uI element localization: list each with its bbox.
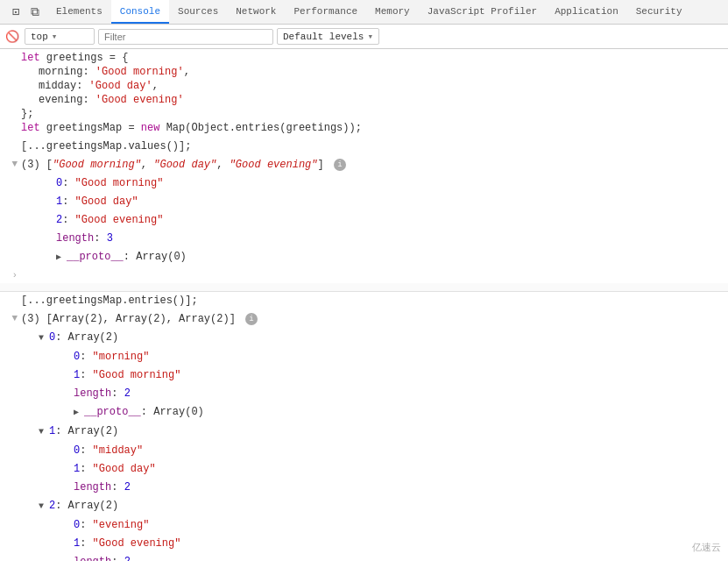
tab-performance[interactable]: Performance <box>285 0 366 24</box>
entry-1: 1: Array(2) <box>21 423 728 440</box>
length-content: length: 3 <box>21 231 728 246</box>
filter-input[interactable] <box>98 29 273 45</box>
gutter <box>0 536 21 537</box>
watermark: 亿速云 <box>692 541 721 554</box>
entry-0-item-0: 0: "morning" <box>0 348 728 366</box>
entry-2-item-1: 1: "Good evening" <box>0 535 728 553</box>
entry-0-length: length: 2 <box>0 385 728 403</box>
tab-security[interactable]: Security <box>627 0 691 24</box>
tab-application[interactable]: Application <box>546 0 627 24</box>
e1-length: length: 2 <box>21 479 728 495</box>
toolbar-icons: ⊡ ⧉ <box>4 0 47 24</box>
e0-item1: 1: "Good morning" <box>21 367 728 383</box>
gutter <box>0 367 21 369</box>
context-value: top <box>31 32 48 42</box>
proto-content: __proto__: Array(0) <box>21 249 728 266</box>
gutter <box>0 293 21 295</box>
gutter <box>0 386 21 387</box>
gutter <box>0 404 21 406</box>
expand-entries[interactable]: ▼ <box>0 311 21 323</box>
spread-output: [...greetingsMap.values()]; <box>21 138 728 154</box>
console-toolbar: 🚫 top ▾ Default levels ▾ <box>0 25 728 49</box>
levels-dropdown-icon: ▾ <box>367 31 373 42</box>
array-item-0: 0: "Good morning" <box>0 174 728 193</box>
gutter <box>0 349 21 351</box>
gutter <box>0 461 21 463</box>
entry-1-item-0: 0: "midday" <box>0 442 728 460</box>
entries-call-row: [...greetingsMap.entries()]; <box>0 292 728 310</box>
code-input-block: let greetings = { morning: 'Good morning… <box>0 49 728 138</box>
entry-0-proto: __proto__: Array(0) <box>0 403 728 423</box>
array-item-1: 1: "Good day" <box>0 193 728 211</box>
e0-proto: __proto__: Array(0) <box>21 404 728 421</box>
row-gutter-2 <box>0 138 21 140</box>
device-icon[interactable]: ⧉ <box>26 4 44 21</box>
gutter <box>0 443 21 444</box>
gutter <box>0 517 21 519</box>
levels-label: Default levels <box>283 32 364 42</box>
entry-2-length: length: 2 <box>0 553 728 561</box>
item-content: 0: "Good morning" <box>21 175 728 191</box>
entry-2-row: 2: Array(2) <box>0 497 728 516</box>
gutter <box>0 330 21 331</box>
gutter <box>0 249 21 251</box>
e0-item0: 0: "morning" <box>21 349 728 365</box>
tab-bar: ⊡ ⧉ Elements Console Sources Network Per… <box>0 0 728 25</box>
item-content: 2: "Good evening" <box>21 212 728 228</box>
context-dropdown-icon: ▾ <box>52 31 58 42</box>
prompt-content <box>21 268 728 270</box>
gutter <box>0 175 21 177</box>
e1-item1: 1: "Good day" <box>21 461 728 477</box>
expand-arrow-values[interactable]: ▼ <box>0 157 21 169</box>
levels-select[interactable]: Default levels ▾ <box>277 28 379 45</box>
tab-console[interactable]: Console <box>111 0 169 24</box>
array-item-2: 2: "Good evening" <box>0 211 728 230</box>
gutter <box>0 194 21 195</box>
tab-memory[interactable]: Memory <box>366 0 419 24</box>
tab-sources[interactable]: Sources <box>169 0 227 24</box>
entries-result-row: ▼ (3) [Array(2), Array(2), Array(2)] i <box>0 310 728 329</box>
spread-output-row: [...greetingsMap.values()]; <box>0 138 728 156</box>
gutter <box>0 479 21 481</box>
prompt-gutter: › <box>0 268 21 280</box>
gutter <box>0 498 21 500</box>
entry-0-row: 0: Array(2) <box>0 329 728 348</box>
item-content: 1: "Good day" <box>21 194 728 209</box>
entries-result: (3) [Array(2), Array(2), Array(2)] i <box>21 311 728 327</box>
entry-1-item-1: 1: "Good day" <box>0 460 728 479</box>
e0-length: length: 2 <box>21 386 728 401</box>
proto-row-1: __proto__: Array(0) <box>0 248 728 267</box>
gutter <box>0 423 21 425</box>
tab-network[interactable]: Network <box>227 0 285 24</box>
array-length-row: length: 3 <box>0 230 728 248</box>
e2-item0: 0: "evening" <box>21 517 728 533</box>
entry-1-length: length: 2 <box>0 479 728 497</box>
tab-elements[interactable]: Elements <box>47 0 111 24</box>
cursor-icon[interactable]: ⊡ <box>7 4 25 21</box>
context-select[interactable]: top ▾ <box>25 28 95 45</box>
e2-item1: 1: "Good evening" <box>21 536 728 551</box>
row-gutter <box>0 50 21 52</box>
e1-item0: 0: "midday" <box>21 443 728 458</box>
code-block: let greetings = { morning: 'Good morning… <box>21 50 728 136</box>
entry-0: 0: Array(2) <box>21 330 728 346</box>
clear-icon[interactable]: 🚫 <box>4 28 21 46</box>
entry-2: 2: Array(2) <box>21 498 728 515</box>
gutter <box>0 212 21 214</box>
array-result-row: ▼ (3) ["Good morning", "Good day", "Good… <box>0 156 728 174</box>
gutter <box>0 231 21 232</box>
gutter <box>0 554 21 556</box>
entry-2-item-0: 0: "evening" <box>0 516 728 535</box>
divider <box>0 283 728 292</box>
console-output: let greetings = { morning: 'Good morning… <box>0 49 728 561</box>
tab-js-profiler[interactable]: JavaScript Profiler <box>419 0 546 24</box>
prompt-row: › <box>0 267 728 283</box>
e2-length: length: 2 <box>21 554 728 561</box>
entries-call: [...greetingsMap.entries()]; <box>21 293 728 309</box>
entry-0-item-1: 1: "Good morning" <box>0 366 728 385</box>
entry-1-row: 1: Array(2) <box>0 423 728 442</box>
array-result: (3) ["Good morning", "Good day", "Good e… <box>21 157 728 173</box>
